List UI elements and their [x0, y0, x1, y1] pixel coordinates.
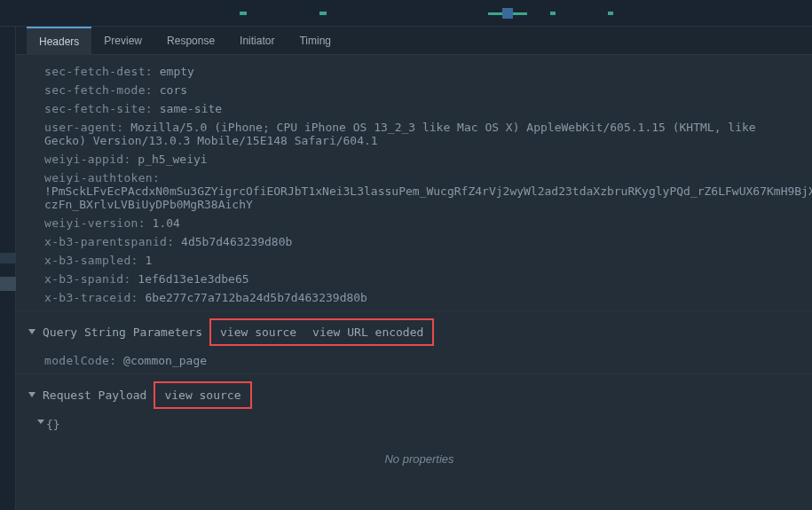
header-value: cors	[160, 83, 187, 97]
view-url-encoded-link[interactable]: view URL encoded	[312, 326, 423, 339]
header-name: x-b3-parentspanid:	[44, 235, 174, 248]
expand-triangle-icon	[28, 329, 35, 334]
header-name: sec-fetch-site:	[44, 102, 153, 115]
header-name: x-b3-sampled:	[44, 254, 138, 267]
header-x-b3-parentspanid: x-b3-parentspanid: 4d5b7d463239d80b	[44, 232, 794, 251]
tab-timing[interactable]: Timing	[287, 27, 343, 55]
header-name: weiyi-appid:	[44, 153, 131, 166]
timeline-bar	[0, 0, 812, 27]
tab-headers[interactable]: Headers	[27, 27, 91, 55]
header-name: x-b3-spanid:	[44, 272, 131, 286]
header-sec-fetch-mode: sec-fetch-mode: cors	[44, 81, 794, 99]
header-sec-fetch-dest: sec-fetch-dest: empty	[44, 62, 794, 81]
header-x-b3-traceid: x-b3-traceid: 6be277c77a712ba24d5b7d4632…	[44, 288, 794, 307]
header-weiyi-authtoken: weiyi-authtoken: !PmSckLFvEcPAcdxN0mSu3G…	[44, 169, 794, 214]
section-title: Request Payload	[43, 388, 146, 402]
timeline-marker	[608, 12, 613, 15]
highlight-box: view source	[154, 381, 251, 409]
section-request-payload[interactable]: Request Payload view source	[28, 374, 794, 414]
section-query-string-parameters[interactable]: Query String Parameters view source view…	[28, 311, 794, 351]
query-param-modelcode: modelCode: @common_page	[44, 351, 794, 370]
header-value: 6be277c77a712ba24d5b7d463239d80b	[145, 291, 367, 304]
header-value: 1.04	[153, 216, 180, 230]
view-source-link[interactable]: view source	[164, 388, 240, 402]
header-name: user-agent:	[44, 121, 123, 134]
header-value: !PmSckLFvEcPAcdxN0mSu3GZYigrcOfiEORJbT1x…	[44, 184, 812, 211]
section-title: Query String Parameters	[43, 326, 202, 339]
gutter-tick	[0, 277, 16, 291]
header-name: sec-fetch-mode:	[44, 83, 153, 97]
timeline-marker-group	[488, 8, 527, 19]
header-weiyi-version: weiyi-version: 1.04	[44, 214, 794, 232]
tab-preview[interactable]: Preview	[91, 27, 154, 55]
header-value: Mozilla/5.0 (iPhone; CPU iPhone OS 13_2_…	[44, 121, 756, 147]
timeline-marker	[319, 12, 327, 15]
tab-initiator[interactable]: Initiator	[227, 27, 287, 55]
no-properties-label: No properties	[44, 435, 794, 466]
timeline-marker	[240, 12, 247, 15]
header-value: p_h5_weiyi	[138, 153, 207, 166]
marker-track	[0, 11, 812, 16]
header-x-b3-spanid: x-b3-spanid: 1ef6d13e1e3dbe65	[44, 270, 794, 288]
param-name: modelCode:	[44, 354, 116, 367]
view-source-link[interactable]: view source	[220, 326, 296, 339]
header-weiyi-appid: weiyi-appid: p_h5_weiyi	[44, 150, 794, 169]
expand-triangle-icon	[28, 392, 35, 397]
highlight-box: view source view URL encoded	[209, 318, 434, 346]
header-name: weiyi-version:	[44, 216, 146, 230]
gutter-tick	[0, 253, 16, 263]
payload-braces-row[interactable]: {}	[44, 414, 794, 435]
timeline-marker	[550, 12, 556, 15]
param-value: @common_page	[123, 354, 207, 367]
header-value: same-site	[160, 102, 222, 115]
header-value: 4d5b7d463239d80b	[181, 235, 292, 248]
tab-response[interactable]: Response	[154, 27, 227, 55]
header-name: sec-fetch-dest:	[44, 65, 153, 78]
header-sec-fetch-site: sec-fetch-site: same-site	[44, 99, 794, 118]
details-panel: × Headers Preview Response Initiator Tim…	[0, 27, 812, 466]
header-user-agent: user-agent: Mozilla/5.0 (iPhone; CPU iPh…	[44, 118, 794, 150]
headers-content: sec-fetch-dest: empty sec-fetch-mode: co…	[16, 55, 812, 466]
header-name: x-b3-traceid:	[44, 291, 138, 304]
tab-bar: × Headers Preview Response Initiator Tim…	[0, 27, 812, 55]
left-gutter	[0, 27, 16, 510]
braces-icon: {}	[46, 418, 60, 431]
header-x-b3-sampled: x-b3-sampled: 1	[44, 251, 794, 270]
header-value: 1	[145, 254, 152, 267]
header-name: weiyi-authtoken:	[44, 171, 160, 184]
header-value: 1ef6d13e1e3dbe65	[138, 272, 248, 286]
header-value: empty	[160, 65, 194, 78]
